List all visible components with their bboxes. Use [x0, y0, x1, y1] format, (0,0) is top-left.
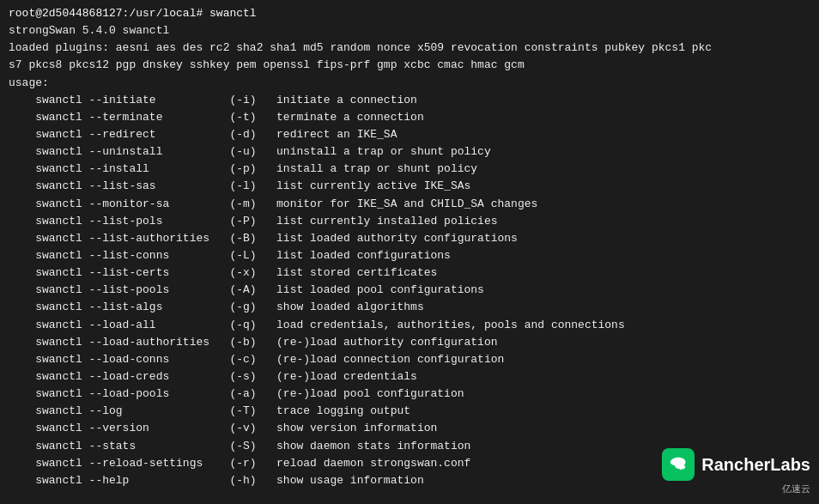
command-row: swanctl --redirect (-d) redirect an IKE_… — [9, 126, 810, 143]
terminal-window: root@2d5044868127:/usr/local# swanctl st… — [0, 0, 819, 504]
commands-list: swanctl --initiate (-i) initiate a conne… — [9, 92, 810, 489]
version-line: strongSwan 5.4.0 swanctl — [9, 22, 810, 39]
command-row: swanctl --load-authorities (-b) (re-)loa… — [9, 334, 810, 351]
command-row: swanctl --list-algs (-g) show loaded alg… — [9, 299, 810, 316]
wechat-icon — [662, 448, 695, 481]
usage-label: usage: — [9, 75, 810, 92]
rancher-brand: RancherLabs — [662, 448, 810, 481]
command-row: swanctl --load-pools (-a) (re-)load pool… — [9, 386, 810, 403]
command-row: swanctl --install (-p) install a trap or… — [9, 161, 810, 178]
command-row: swanctl --list-pols (-P) list currently … — [9, 213, 810, 230]
prompt-line: root@2d5044868127:/usr/local# swanctl — [9, 5, 810, 22]
command-row: swanctl --load-all (-q) load credentials… — [9, 317, 810, 334]
command-row: swanctl --load-creds (-s) (re-)load cred… — [9, 368, 810, 386]
command-row: swanctl --terminate (-t) terminate a con… — [9, 109, 810, 126]
plugins-line2: s7 pkcs8 pkcs12 pgp dnskey sshkey pem op… — [9, 57, 810, 74]
brand-watermark: RancherLabs 亿速云 — [662, 448, 810, 495]
command-row: swanctl --list-authorities (-B) list loa… — [9, 230, 810, 247]
command-row: swanctl --uninstall (-u) uninstall a tra… — [9, 143, 810, 161]
command-row: swanctl --list-certs (-x) list stored ce… — [9, 264, 810, 282]
command-row: swanctl --log (-T) trace logging output — [9, 403, 810, 420]
command-row: swanctl --list-pools (-A) list loaded po… — [9, 282, 810, 299]
command-row: swanctl --monitor-sa (-m) monitor for IK… — [9, 196, 810, 213]
command-row: swanctl --list-conns (-L) list loaded co… — [9, 247, 810, 264]
command-row: swanctl --load-conns (-c) (re-)load conn… — [9, 351, 810, 368]
command-row: swanctl --list-sas (-l) list currently a… — [9, 178, 810, 195]
rancher-label: RancherLabs — [701, 455, 810, 475]
yun-label: 亿速云 — [782, 483, 810, 495]
command-row: swanctl --version (-v) show version info… — [9, 420, 810, 437]
command-row: swanctl --initiate (-i) initiate a conne… — [9, 92, 810, 109]
plugins-line1: loaded plugins: aesni aes des rc2 sha2 s… — [9, 39, 810, 57]
